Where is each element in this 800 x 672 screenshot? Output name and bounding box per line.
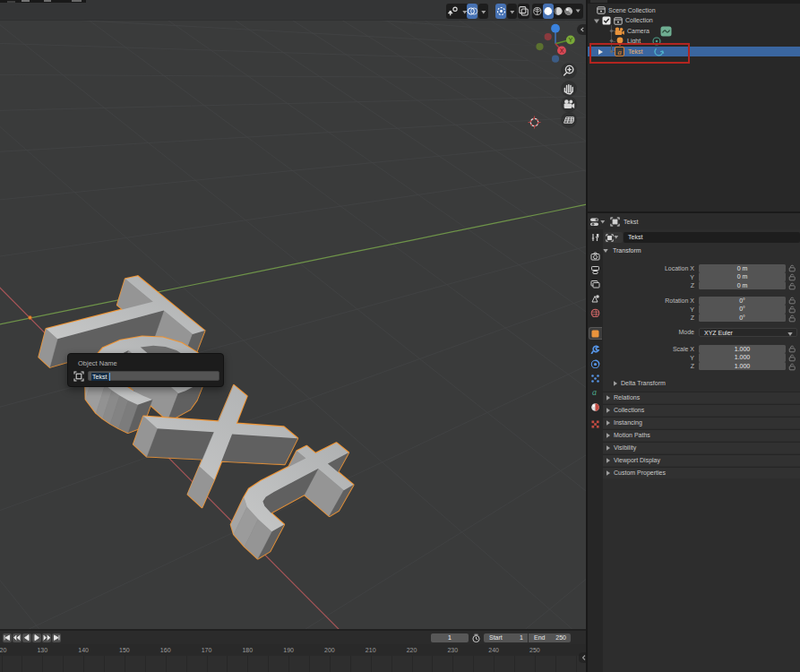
svg-text:X: X [560, 47, 564, 54]
svg-text:Y: Y [568, 37, 572, 43]
svg-text:a: a [592, 387, 597, 396]
